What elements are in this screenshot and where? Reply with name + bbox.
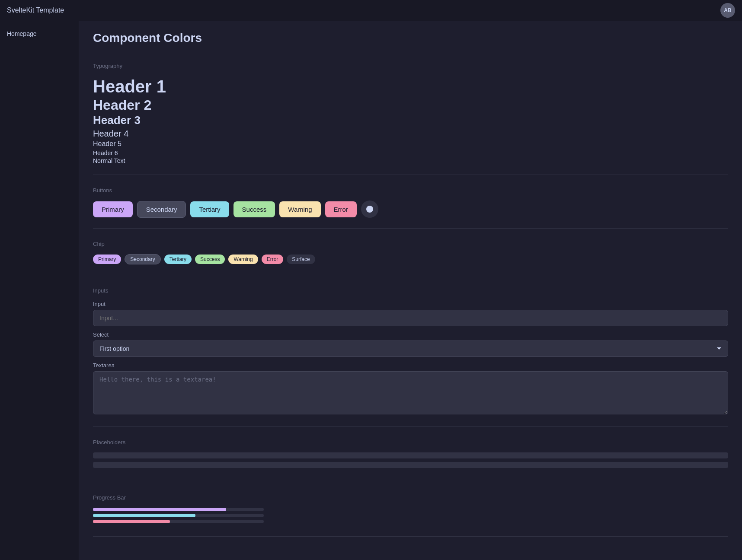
- chip-surface[interactable]: Surface: [287, 255, 315, 264]
- chip-primary[interactable]: Primary: [93, 255, 121, 264]
- buttons-row: Primary Secondary Tertiary Success Warni…: [93, 200, 728, 218]
- textarea-input[interactable]: Hello there, this is a textarea!: [93, 371, 728, 414]
- chip-warning[interactable]: Warning: [228, 255, 258, 264]
- chip-secondary[interactable]: Secondary: [125, 254, 160, 264]
- surface-circle-icon: [366, 206, 373, 213]
- header-5: Header 5: [93, 139, 728, 149]
- progress-bar-label: Progress Bar: [93, 494, 728, 501]
- btn-tertiary[interactable]: Tertiary: [190, 201, 229, 217]
- btn-surface[interactable]: [361, 200, 378, 218]
- section-progress-bar: Progress Bar: [93, 494, 728, 537]
- progress-container-1: [93, 508, 264, 511]
- progress-container-3: [93, 520, 264, 523]
- chips-row: Primary Secondary Tertiary Success Warni…: [93, 254, 728, 264]
- header-2: Header 2: [93, 97, 728, 113]
- header-1: Header 1: [93, 76, 728, 97]
- page-title: Component Colors: [93, 31, 728, 52]
- progress-bar-pink: [93, 520, 170, 523]
- chip-tertiary[interactable]: Tertiary: [164, 255, 192, 264]
- section-buttons: Buttons Primary Secondary Tertiary Succe…: [93, 187, 728, 229]
- progress-container-2: [93, 514, 264, 517]
- avatar[interactable]: AB: [720, 3, 735, 18]
- section-inputs: Inputs Input Select First option Second …: [93, 287, 728, 427]
- select-label: Select: [93, 331, 728, 338]
- btn-error[interactable]: Error: [325, 201, 357, 217]
- section-chip: Chip Primary Secondary Tertiary Success …: [93, 241, 728, 275]
- topnav: SvelteKit Template AB: [0, 0, 742, 21]
- btn-secondary[interactable]: Secondary: [137, 201, 186, 218]
- chip-success[interactable]: Success: [195, 255, 225, 264]
- chip-label: Chip: [93, 241, 728, 247]
- progress-bar-purple: [93, 508, 226, 511]
- placeholder-bar-2: [93, 462, 728, 468]
- app-title: SvelteKit Template: [7, 6, 64, 14]
- select-input[interactable]: First option Second option Third option: [93, 340, 728, 357]
- input-label: Input: [93, 301, 728, 307]
- btn-primary[interactable]: Primary: [93, 201, 133, 217]
- inputs-label: Inputs: [93, 287, 728, 294]
- buttons-label: Buttons: [93, 187, 728, 194]
- btn-success[interactable]: Success: [233, 201, 275, 217]
- chip-error[interactable]: Error: [262, 255, 284, 264]
- main-content: Component Colors Typography Header 1 Hea…: [79, 21, 742, 560]
- placeholders-label: Placeholders: [93, 439, 728, 445]
- btn-warning[interactable]: Warning: [279, 201, 320, 217]
- normal-text: Normal Text: [93, 157, 728, 164]
- header-4: Header 4: [93, 128, 728, 139]
- section-typography: Typography Header 1 Header 2 Header 3 He…: [93, 63, 728, 175]
- text-input[interactable]: [93, 310, 728, 326]
- progress-bar-blue: [93, 514, 195, 517]
- sidebar-item-homepage[interactable]: Homepage: [0, 26, 79, 41]
- layout: Homepage Component Colors Typography Hea…: [0, 21, 742, 560]
- sidebar: Homepage: [0, 21, 79, 560]
- header-3: Header 3: [93, 113, 728, 128]
- placeholder-bar-1: [93, 452, 728, 458]
- section-placeholders: Placeholders: [93, 439, 728, 482]
- header-6: Header 6: [93, 149, 728, 158]
- typography-label: Typography: [93, 63, 728, 69]
- textarea-label: Textarea: [93, 362, 728, 369]
